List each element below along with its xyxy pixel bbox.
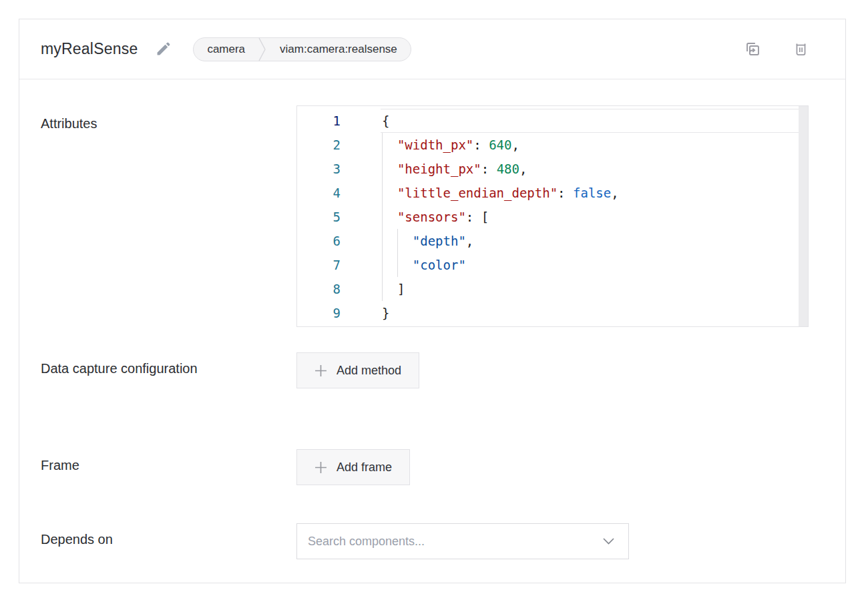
duplicate-icon [744,40,762,58]
pencil-icon [155,41,172,57]
code-line: } [381,301,799,325]
line-number: 2 [297,133,381,157]
depends-on-select [296,523,629,559]
line-number: 4 [297,181,381,205]
plus-icon [314,461,327,474]
component-type-pill: camera viam:camera:realsense [193,37,411,61]
pill-chevron-divider [258,37,266,61]
component-model: viam:camera:realsense [266,43,411,56]
edit-name-button[interactable] [155,41,172,57]
add-method-label: Add method [337,364,401,378]
code-line: ] [381,277,799,301]
component-category: camera [194,43,258,56]
component-config-card: myRealSense camera viam:camera:realsense [19,19,846,583]
data-capture-row: Data capture configuration Add method [19,352,845,406]
line-number: 5 [297,205,381,229]
line-number: 8 [297,277,381,301]
line-number: 9 [297,301,381,325]
duplicate-button[interactable] [744,40,762,58]
add-frame-label: Add frame [337,461,392,475]
editor-scrollbar[interactable] [799,106,808,326]
card-header: myRealSense camera viam:camera:realsense [19,19,845,79]
line-number: 7 [297,253,381,277]
attributes-json-editor[interactable]: 123456789 { "width_px": 640, "height_px"… [296,105,809,327]
attributes-label: Attributes [41,105,296,327]
line-number: 6 [297,229,381,253]
add-method-button[interactable]: Add method [296,352,419,388]
code-line: "depth", [381,229,799,253]
code-line: "color" [381,253,799,277]
code-line: "sensors": [ [381,205,799,229]
header-actions [744,40,809,58]
data-capture-label: Data capture configuration [41,352,296,406]
depends-on-row: Depends on [19,523,845,559]
code-line: "width_px": 640, [381,133,799,157]
frame-row: Frame Add frame [19,449,845,485]
line-number: 1 [297,109,381,133]
plus-icon [314,364,327,377]
line-number: 3 [297,157,381,181]
depends-on-label: Depends on [41,523,296,559]
add-frame-button[interactable]: Add frame [296,449,410,485]
code-line: { [381,109,799,133]
editor-code-area: { "width_px": 640, "height_px": 480, "li… [381,109,799,324]
code-line: "height_px": 480, [381,157,799,181]
attributes-row: Attributes 123456789 { "width_px": 640, … [19,105,845,327]
code-line: "little_endian_depth": false, [381,181,799,205]
editor-gutter: 123456789 [297,109,381,325]
search-components-input[interactable] [296,523,629,559]
delete-button[interactable] [793,41,809,57]
trash-icon [793,41,809,57]
component-name: myRealSense [41,40,138,58]
frame-label: Frame [41,449,296,485]
